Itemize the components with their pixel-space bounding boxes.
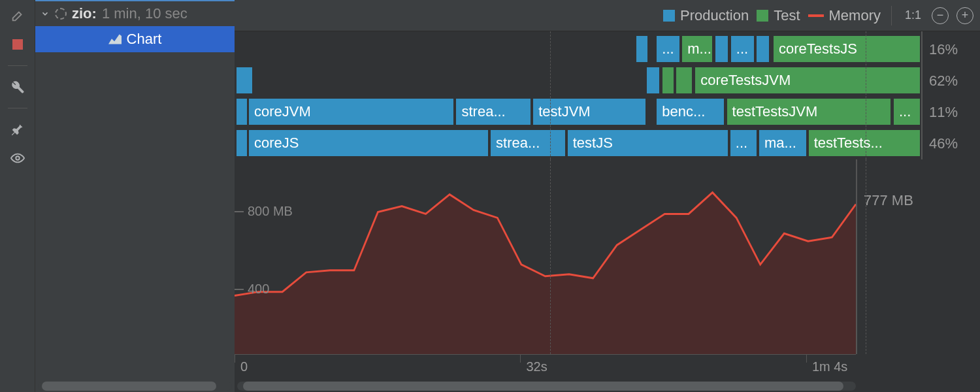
y-tick: 800 MB xyxy=(235,204,300,219)
timeline-segment[interactable]: ... xyxy=(657,36,681,63)
timeline-segment[interactable] xyxy=(237,67,253,95)
percent-cell: 62% xyxy=(923,65,980,97)
wrench-icon[interactable] xyxy=(10,79,25,95)
divider xyxy=(8,108,27,108)
zoom-out-button[interactable]: − xyxy=(932,7,949,24)
divider xyxy=(8,65,27,66)
divider xyxy=(891,6,892,25)
zoom-ratio-button[interactable]: 1:1 xyxy=(902,8,924,22)
memory-chart: 800 MB 400 777 MB xyxy=(235,159,980,354)
sidebar-scrollbar[interactable] xyxy=(38,382,232,391)
timeline-segment[interactable] xyxy=(237,99,248,126)
spinner-icon xyxy=(55,8,67,20)
task-row[interactable]: zio: 1 min, 10 sec xyxy=(35,0,235,26)
track-row: coreJVMstrea...testJVMbenc...testTestsJV… xyxy=(235,97,921,128)
timeline-segment[interactable] xyxy=(647,67,661,95)
timeline-segment[interactable]: ... xyxy=(730,130,758,157)
timeline-segment[interactable]: ... xyxy=(894,99,921,126)
legend-line-memory xyxy=(808,14,824,17)
timeline-segment[interactable]: strea... xyxy=(491,130,566,157)
percent-cell: 11% xyxy=(923,97,980,128)
svg-point-1 xyxy=(16,156,20,160)
timeline-segment[interactable] xyxy=(636,36,649,63)
grid-line xyxy=(866,31,866,159)
percent-cell: 16% xyxy=(923,34,980,65)
timeline-segment[interactable]: ... xyxy=(731,36,755,63)
timeline-segment[interactable]: ma... xyxy=(759,130,808,157)
timeline-segment[interactable] xyxy=(715,36,729,63)
main-scrollbar[interactable] xyxy=(237,382,856,391)
timeline-segment[interactable] xyxy=(237,130,248,157)
timeline-segment[interactable]: benc... xyxy=(657,99,725,126)
timeline-tracks: ...m......coreTestsJScoreTestsJVMcoreJVM… xyxy=(235,31,980,159)
chart-tab[interactable]: Chart xyxy=(35,26,235,52)
chart-icon xyxy=(108,34,122,44)
legend-bar: Production Test Memory 1:1 − + xyxy=(235,0,980,31)
task-time: 1 min, 10 sec xyxy=(102,5,188,22)
memory-current-value: 777 MB xyxy=(856,159,980,354)
timeline-segment[interactable]: coreJS xyxy=(249,130,489,157)
legend-test: Test xyxy=(757,7,800,24)
build-icon[interactable] xyxy=(10,8,25,24)
x-tick: 32s xyxy=(520,355,547,363)
timeline-segment[interactable]: strea... xyxy=(456,99,532,126)
timeline-segment[interactable]: testJS xyxy=(568,130,729,157)
timeline-segment[interactable]: coreTestsJVM xyxy=(695,67,921,95)
x-tick: 0 xyxy=(235,355,248,363)
grid-line xyxy=(550,31,551,159)
legend-production: Production xyxy=(663,7,749,24)
chart-tab-label: Chart xyxy=(127,31,162,48)
timeline-segment[interactable] xyxy=(757,36,770,63)
timeline-segment[interactable]: coreTestsJS xyxy=(774,36,921,63)
timeline-segment[interactable]: coreJVM xyxy=(249,99,455,126)
track-row: ...m......coreTestsJS xyxy=(235,34,921,65)
x-axis: 032s1m 4s xyxy=(235,354,856,380)
y-tick: 400 xyxy=(235,282,300,297)
timeline-segment[interactable] xyxy=(676,67,693,95)
track-row: coreJSstrea...testJS...ma...testTests... xyxy=(235,128,921,159)
pin-icon[interactable] xyxy=(10,122,25,137)
eye-icon[interactable] xyxy=(10,150,25,166)
percent-column: 16%62%11%46% xyxy=(921,31,980,159)
x-tick: 1m 4s xyxy=(806,355,847,363)
zoom-in-button[interactable]: + xyxy=(956,7,973,24)
y-axis-ticks: 800 MB 400 xyxy=(235,159,300,354)
timeline-segment[interactable]: testTestsJVM xyxy=(727,99,892,126)
svg-rect-0 xyxy=(12,39,23,50)
memory-svg xyxy=(235,159,856,354)
chevron-down-icon xyxy=(41,9,50,18)
timeline-segment[interactable]: m... xyxy=(682,36,713,63)
legend-memory: Memory xyxy=(808,7,881,24)
stop-icon[interactable] xyxy=(10,37,25,52)
grid-line xyxy=(866,159,866,354)
timeline-segment[interactable] xyxy=(662,67,675,95)
percent-cell: 46% xyxy=(923,128,980,159)
legend-swatch-test xyxy=(757,10,768,22)
legend-swatch-production xyxy=(663,10,675,22)
grid-line xyxy=(550,159,551,354)
task-name: zio: xyxy=(72,5,97,22)
track-row: coreTestsJVM xyxy=(235,65,921,97)
